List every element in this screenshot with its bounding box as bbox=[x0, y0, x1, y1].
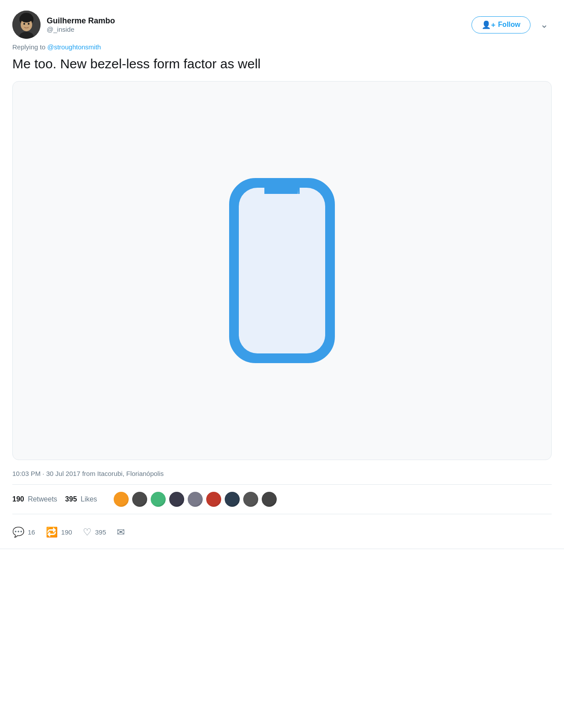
liker-avatar-7 bbox=[224, 491, 241, 508]
tweet-stats: 190 Retweets 395 Likes bbox=[12, 484, 552, 514]
user-info: Guilherme Rambo @_inside bbox=[47, 16, 115, 33]
likes-stat: 395 Likes bbox=[65, 495, 97, 503]
username: @_inside bbox=[47, 26, 115, 33]
liker-avatar-5 bbox=[187, 491, 204, 508]
svg-point-3 bbox=[20, 13, 33, 22]
display-name: Guilherme Rambo bbox=[47, 16, 115, 26]
liker-avatar-6 bbox=[205, 491, 222, 508]
avatar bbox=[12, 11, 41, 39]
tweet-header-right: 👤+ Follow ⌄ bbox=[471, 16, 552, 33]
phone-svg bbox=[229, 178, 335, 363]
like-icon: ♡ bbox=[83, 527, 92, 538]
svg-point-4 bbox=[23, 23, 25, 25]
replying-to: Replying to @stroughtonsmith bbox=[12, 43, 552, 51]
like-action-count: 395 bbox=[95, 528, 106, 536]
likers-avatars bbox=[113, 491, 278, 508]
phone-illustration bbox=[229, 152, 335, 390]
reply-count: 16 bbox=[28, 528, 35, 536]
tweet-image bbox=[12, 81, 552, 460]
svg-point-5 bbox=[28, 23, 30, 25]
liker-avatar-8 bbox=[242, 491, 259, 508]
tweet-header-left: Guilherme Rambo @_inside bbox=[12, 11, 115, 39]
reply-icon: 💬 bbox=[12, 527, 24, 538]
liker-avatar-3 bbox=[150, 491, 167, 508]
chevron-down-button[interactable]: ⌄ bbox=[537, 17, 552, 32]
dm-button[interactable]: ✉ bbox=[117, 523, 135, 542]
likes-count: 395 bbox=[65, 495, 77, 503]
svg-rect-8 bbox=[239, 188, 325, 353]
chevron-down-icon: ⌄ bbox=[540, 19, 548, 30]
avatar-face bbox=[12, 11, 41, 39]
stats-counts: 190 Retweets 395 Likes bbox=[12, 495, 97, 503]
likes-label: Likes bbox=[81, 495, 97, 503]
retweets-count: 190 bbox=[12, 495, 24, 503]
tweet-text: Me too. New bezel-less form factor as we… bbox=[12, 55, 552, 73]
reply-button[interactable]: 💬 16 bbox=[12, 523, 46, 542]
tweet-actions: 💬 16 🔁 190 ♡ 395 ✉ bbox=[12, 520, 552, 549]
retweet-action-count: 190 bbox=[61, 528, 72, 536]
tweet-header: Guilherme Rambo @_inside 👤+ Follow ⌄ bbox=[12, 11, 552, 39]
retweets-stat: 190 Retweets bbox=[12, 495, 57, 503]
like-button[interactable]: ♡ 395 bbox=[83, 523, 117, 542]
liker-avatar-9 bbox=[261, 491, 278, 508]
retweet-button[interactable]: 🔁 190 bbox=[46, 523, 83, 542]
liker-avatar-1 bbox=[113, 491, 130, 508]
liker-avatar-4 bbox=[168, 491, 185, 508]
tweet-card: Guilherme Rambo @_inside 👤+ Follow ⌄ Rep… bbox=[0, 0, 564, 549]
dm-icon: ✉ bbox=[117, 527, 125, 538]
replying-to-label: Replying to bbox=[12, 43, 45, 51]
liker-avatar-2 bbox=[131, 491, 148, 508]
retweet-icon: 🔁 bbox=[46, 527, 58, 538]
follow-plus-icon: 👤+ bbox=[482, 20, 495, 30]
follow-button[interactable]: 👤+ Follow bbox=[471, 16, 531, 33]
svg-rect-11 bbox=[266, 188, 298, 193]
replying-to-user-link[interactable]: @stroughtonsmith bbox=[47, 43, 101, 51]
tweet-timestamp: 10:03 PM · 30 Jul 2017 from Itacorubi, F… bbox=[12, 468, 552, 477]
retweets-label: Retweets bbox=[28, 495, 57, 503]
follow-label: Follow bbox=[498, 21, 520, 29]
